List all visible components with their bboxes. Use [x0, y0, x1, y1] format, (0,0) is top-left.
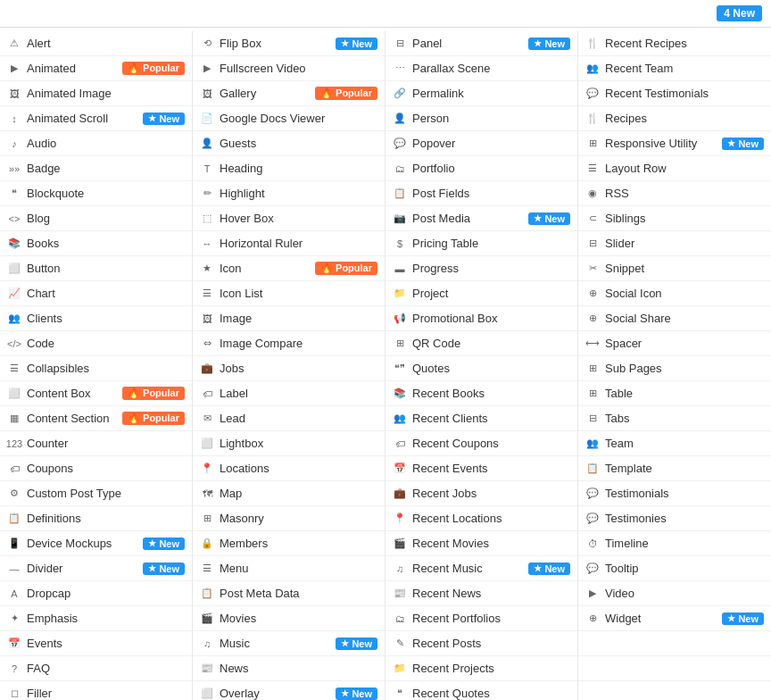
item-collapsibles[interactable]: ☰Collapsibles [0, 356, 192, 381]
item-definitions[interactable]: 📋Definitions [0, 506, 192, 531]
item-news[interactable]: 📰News [193, 656, 385, 681]
item-recent-events[interactable]: 📅Recent Events [386, 456, 577, 481]
item-slider[interactable]: ⊟Slider [578, 231, 771, 256]
item-events[interactable]: 📅Events [0, 631, 192, 656]
item-table[interactable]: ⊞Table [578, 381, 771, 406]
item-post-media[interactable]: 📷Post Media New [386, 206, 577, 231]
item-recent-music[interactable]: ♫Recent Music New [386, 556, 577, 581]
item-parallax-scene[interactable]: ⋯Parallax Scene [386, 56, 577, 81]
item-coupons[interactable]: 🏷Coupons [0, 456, 192, 481]
item-responsive-utility[interactable]: ⊞Responsive Utility New [578, 131, 771, 156]
item-recent-posts[interactable]: ✎Recent Posts [386, 631, 577, 656]
item-recent-books[interactable]: 📚Recent Books [386, 381, 577, 406]
item-masonry[interactable]: ⊞Masonry [193, 506, 385, 531]
item-gallery[interactable]: 🖼Gallery🔥 Popular [193, 81, 385, 106]
item-progress[interactable]: ▬Progress [386, 256, 577, 281]
item-google-docs[interactable]: 📄Google Docs Viewer [193, 106, 385, 131]
item-animated-scroll[interactable]: ↕Animated Scroll New [0, 106, 192, 131]
item-faq[interactable]: ?FAQ [0, 656, 192, 681]
item-recent-locations[interactable]: 📍Recent Locations [386, 506, 577, 531]
item-team[interactable]: 👥Team [578, 431, 771, 456]
item-divider[interactable]: —Divider New [0, 556, 192, 581]
item-highlight[interactable]: ✏Highlight [193, 181, 385, 206]
item-content-section[interactable]: ▦Content Section🔥 Popular [0, 406, 192, 431]
item-fullscreen-video[interactable]: ▶Fullscreen Video [193, 56, 385, 81]
item-filler[interactable]: ◻Filler [0, 681, 192, 700]
item-lightbox[interactable]: ⬜Lightbox [193, 431, 385, 456]
item-button[interactable]: ⬜Button [0, 256, 192, 281]
item-jobs[interactable]: 💼Jobs [193, 356, 385, 381]
item-map[interactable]: 🗺Map [193, 481, 385, 506]
item-video[interactable]: ▶Video [578, 581, 771, 606]
item-widget[interactable]: ⊕Widget New [578, 606, 771, 631]
item-recent-coupons[interactable]: 🏷Recent Coupons [386, 431, 577, 456]
item-overlay[interactable]: ⬜Overlay New [193, 681, 385, 700]
item-panel[interactable]: ⊟Panel New [386, 31, 577, 56]
item-clients[interactable]: 👥Clients [0, 306, 192, 331]
item-chart[interactable]: 📈Chart [0, 281, 192, 306]
item-social-share[interactable]: ⊕Social Share [578, 306, 771, 331]
item-post-meta-data[interactable]: 📋Post Meta Data [193, 581, 385, 606]
item-heading[interactable]: THeading [193, 156, 385, 181]
item-horizontal-ruler[interactable]: ↔Horizontal Ruler [193, 231, 385, 256]
item-alert[interactable]: ⚠Alert [0, 31, 192, 56]
item-testimonials[interactable]: 💬Testimonials [578, 481, 771, 506]
item-template[interactable]: 📋Template [578, 456, 771, 481]
item-popover[interactable]: 💬Popover [386, 131, 577, 156]
item-badge[interactable]: »»Badge [0, 156, 192, 181]
item-layout-row[interactable]: ☰Layout Row [578, 156, 771, 181]
item-flip-box[interactable]: ⟲Flip Box New [193, 31, 385, 56]
item-animated-image[interactable]: 🖼Animated Image [0, 81, 192, 106]
item-pricing-table[interactable]: $Pricing Table [386, 231, 577, 256]
item-recent-testimonials[interactable]: 💬Recent Testimonials [578, 81, 771, 106]
item-guests[interactable]: 👤Guests [193, 131, 385, 156]
item-recent-team[interactable]: 👥Recent Team [578, 56, 771, 81]
item-content-box[interactable]: ⬜Content Box🔥 Popular [0, 381, 192, 406]
item-post-fields[interactable]: 📋Post Fields [386, 181, 577, 206]
item-recent-portfolios[interactable]: 🗂Recent Portfolios [386, 606, 577, 631]
item-recent-news[interactable]: 📰Recent News [386, 581, 577, 606]
item-icon-list[interactable]: ☰Icon List [193, 281, 385, 306]
item-recent-projects[interactable]: 📁Recent Projects [386, 656, 577, 681]
item-recent-jobs[interactable]: 💼Recent Jobs [386, 481, 577, 506]
item-promotional-box[interactable]: 📢Promotional Box [386, 306, 577, 331]
item-blog[interactable]: <>Blog [0, 206, 192, 231]
item-siblings[interactable]: ⊂Siblings [578, 206, 771, 231]
item-lead[interactable]: ✉Lead [193, 406, 385, 431]
item-image-compare[interactable]: ⇔Image Compare [193, 331, 385, 356]
item-blockquote[interactable]: ❝Blockquote [0, 181, 192, 206]
item-rss[interactable]: ◉RSS [578, 181, 771, 206]
item-emphasis[interactable]: ✦Emphasis [0, 606, 192, 631]
item-dropcap[interactable]: ADropcap [0, 581, 192, 606]
item-image[interactable]: 🖼Image [193, 306, 385, 331]
item-label[interactable]: 🏷Label [193, 381, 385, 406]
item-tabs[interactable]: ⊟Tabs [578, 406, 771, 431]
item-code[interactable]: </>Code [0, 331, 192, 356]
item-animated[interactable]: ▶Animated🔥 Popular [0, 56, 192, 81]
item-social-icon[interactable]: ⊕Social Icon [578, 281, 771, 306]
item-books[interactable]: 📚Books [0, 231, 192, 256]
item-music[interactable]: ♫Music New [193, 631, 385, 656]
item-hover-box[interactable]: ⬚Hover Box [193, 206, 385, 231]
item-recent-quotes[interactable]: ❝Recent Quotes [386, 681, 577, 700]
item-tooltip[interactable]: 💬Tooltip [578, 556, 771, 581]
item-spacer[interactable]: ⟷Spacer [578, 331, 771, 356]
item-portfolio[interactable]: 🗂Portfolio [386, 156, 577, 181]
item-qr-code[interactable]: ⊞QR Code [386, 331, 577, 356]
item-recent-clients[interactable]: 👥Recent Clients [386, 406, 577, 431]
item-menu[interactable]: ☰Menu [193, 556, 385, 581]
item-quotes[interactable]: ❝❞Quotes [386, 356, 577, 381]
item-recent-movies[interactable]: 🎬Recent Movies [386, 531, 577, 556]
item-icon[interactable]: ★Icon🔥 Popular [193, 256, 385, 281]
item-project[interactable]: 📁Project [386, 281, 577, 306]
item-testimonies[interactable]: 💬Testimonies [578, 506, 771, 531]
item-recent-recipes[interactable]: 🍴Recent Recipes [578, 31, 771, 56]
item-device-mockups[interactable]: 📱Device Mockups New [0, 531, 192, 556]
item-permalink[interactable]: 🔗Permalink [386, 81, 577, 106]
item-recipes[interactable]: 🍴Recipes [578, 106, 771, 131]
item-members[interactable]: 🔒Members [193, 531, 385, 556]
item-locations[interactable]: 📍Locations [193, 456, 385, 481]
item-audio[interactable]: ♪Audio [0, 131, 192, 156]
item-custom-post[interactable]: ⚙Custom Post Type [0, 481, 192, 506]
item-snippet[interactable]: ✂Snippet [578, 256, 771, 281]
